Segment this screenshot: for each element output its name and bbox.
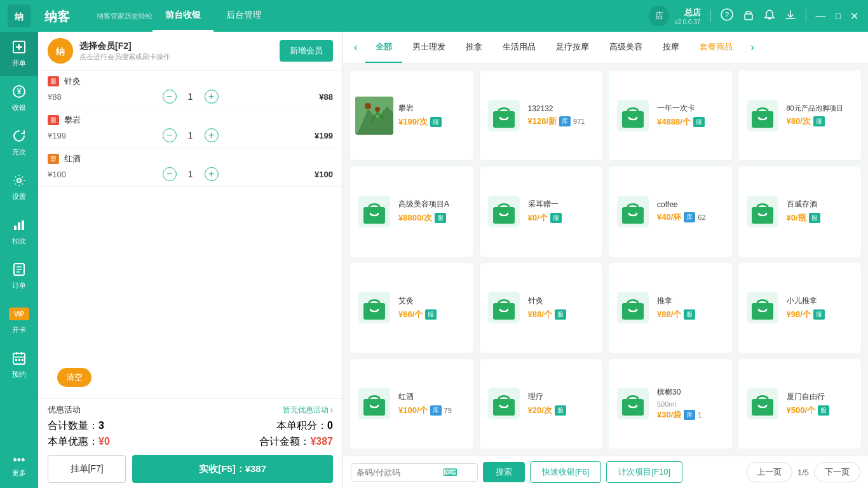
qty-decrease-button[interactable]: −: [163, 128, 177, 142]
sidebar-item-vip[interactable]: VIP 开卡: [0, 299, 38, 343]
product-card[interactable]: 采耳赠一 ¥0/个 服: [479, 166, 604, 257]
promo-arrow: ›: [330, 405, 333, 414]
svg-point-29: [365, 103, 371, 109]
promo-link[interactable]: 暂无优惠活动 ›: [283, 405, 333, 416]
sidebar-item-more[interactable]: ••• 更多: [0, 444, 38, 488]
sidebar-item-open[interactable]: 开单: [0, 32, 38, 76]
sidebar-item-vip-label: 开卡: [12, 325, 26, 335]
prev-page-button[interactable]: 上一页: [746, 462, 792, 482]
cat-prev-arrow[interactable]: ‹: [346, 35, 365, 60]
next-page-button[interactable]: 下一页: [814, 462, 860, 482]
cat-tab-daily[interactable]: 生活用品: [492, 32, 546, 63]
product-card[interactable]: 一年一次卡 ¥4888/个 服: [608, 70, 733, 161]
product-card[interactable]: coffee ¥40/杯 库 62: [608, 166, 733, 257]
stock-number: 79: [444, 407, 452, 414]
sidebar-item-orders[interactable]: 订单: [0, 254, 38, 299]
cat-tab-beauty[interactable]: 高级美容: [599, 32, 653, 63]
qty-decrease-button[interactable]: −: [163, 167, 177, 181]
service-badge: 服: [813, 309, 825, 320]
search-button[interactable]: 搜索: [483, 462, 525, 482]
sidebar-item-booking[interactable]: 预约: [0, 343, 38, 388]
tab-front-cashier[interactable]: 前台收银: [153, 0, 214, 32]
product-price: ¥4888/个: [657, 116, 691, 128]
product-card[interactable]: 厦门自由行 ¥500/个 服: [738, 358, 862, 449]
maximize-icon[interactable]: □: [836, 11, 841, 21]
search-bar: ⌨ 搜索 快速收银[F6] 计次项目[F10] 上一页 1/5 下一页: [343, 456, 868, 488]
help-icon[interactable]: ?: [721, 8, 733, 24]
service-badge: 服: [693, 117, 705, 127]
product-card[interactable]: 攀岩 ¥199/次 服: [349, 70, 474, 161]
product-card[interactable]: 推拿 ¥88/个 服: [608, 262, 733, 353]
product-card[interactable]: 槟榔30 500ml ¥30/袋 库 1: [608, 358, 733, 449]
download-icon[interactable]: [785, 9, 796, 23]
svg-rect-21: [22, 359, 24, 361]
promo-text: 暂无优惠活动: [283, 405, 329, 414]
cat-tab-tuina[interactable]: 推拿: [456, 32, 492, 63]
cat-tab-all[interactable]: 全部: [365, 32, 402, 63]
qty-number: 1: [184, 130, 197, 140]
product-card[interactable]: 小儿推拿 ¥98/个 服: [738, 262, 862, 353]
qty-decrease-button[interactable]: −: [163, 90, 177, 104]
sidebar-item-recharge[interactable]: 充次: [0, 121, 38, 165]
qty-increase-button[interactable]: +: [205, 167, 219, 181]
search-input-wrap: ⌨: [351, 463, 478, 482]
orders-icon: [12, 262, 26, 278]
item-name: 攀岩: [64, 114, 81, 126]
product-price: ¥0/个: [528, 212, 548, 224]
cat-tab-combo[interactable]: 套餐商品: [689, 32, 743, 63]
product-price: ¥88/个: [657, 309, 681, 320]
sidebar-item-open-label: 开单: [12, 58, 26, 68]
svg-rect-20: [18, 359, 20, 361]
stock-number: 62: [698, 214, 705, 221]
product-price: ¥30/袋: [657, 409, 681, 421]
svg-text:?: ?: [724, 11, 728, 18]
bell-icon[interactable]: [764, 9, 775, 23]
open-icon: [12, 40, 26, 56]
product-card[interactable]: 艾灸 ¥66/个 服: [349, 262, 474, 353]
tab-backend[interactable]: 后台管理: [214, 0, 275, 32]
sidebar-item-settings-label: 设置: [12, 192, 26, 201]
member-avatar[interactable]: 纳: [48, 38, 73, 64]
count-item-button[interactable]: 计次项目[F10]: [606, 461, 682, 483]
lock-icon[interactable]: [743, 9, 754, 23]
pagination: 上一页 1/5 下一页: [746, 462, 860, 482]
sidebar-item-settings[interactable]: 设置: [0, 165, 38, 210]
product-info: 攀岩 ¥199/次 服: [398, 103, 468, 128]
checkout-button[interactable]: 实收[F5]：¥387: [132, 455, 333, 483]
product-name: 针灸: [528, 295, 598, 306]
sidebar-item-cashier[interactable]: ¥ 收银: [0, 76, 38, 121]
clear-button[interactable]: 清空: [57, 368, 92, 387]
qty-number: 1: [184, 92, 197, 102]
product-card[interactable]: 针灸 ¥88/个 服: [479, 262, 604, 353]
keyboard-icon[interactable]: ⌨: [443, 466, 458, 478]
product-card[interactable]: 80元产品泡脚项目 ¥80/次 服: [738, 70, 862, 161]
product-card[interactable]: 红酒 ¥100/个 库 79: [349, 358, 474, 449]
quick-cash-button[interactable]: 快速收银[F6]: [530, 461, 601, 483]
qty-increase-button[interactable]: +: [205, 90, 219, 104]
sidebar-item-cashier-label: 收银: [12, 103, 26, 112]
cat-tab-massage[interactable]: 按摩: [653, 32, 689, 63]
hold-button[interactable]: 挂单[F7]: [48, 455, 126, 483]
cat-next-arrow[interactable]: ›: [743, 35, 762, 60]
cat-tab-male-hair[interactable]: 男士理发: [402, 32, 456, 63]
clear-section: 清空: [38, 356, 342, 398]
product-price-row: ¥128/新 库 971: [528, 116, 598, 127]
close-icon[interactable]: ✕: [850, 10, 858, 22]
sidebar-item-stats[interactable]: 扣次: [0, 210, 38, 254]
search-input[interactable]: [356, 468, 439, 477]
promo-label: 优惠活动: [48, 404, 81, 416]
product-card[interactable]: 132132 ¥128/新 库 971: [479, 70, 604, 161]
product-card[interactable]: 百威存酒 ¥0/瓶 服: [738, 166, 862, 257]
product-price-row: ¥0/瓶 服: [787, 212, 857, 224]
qty-increase-button[interactable]: +: [205, 128, 219, 142]
item-total: ¥199: [315, 131, 333, 140]
main-area: 纳 选择会员[F2] 点击进行会员搜索或刷卡操作 新增会员 服 针灸 ¥88: [38, 32, 868, 488]
add-member-button[interactable]: 新增会员: [280, 40, 333, 62]
vip-icon: VIP: [8, 307, 30, 323]
product-card[interactable]: 理疗 ¥20/次 服: [479, 358, 604, 449]
svg-rect-25: [745, 14, 752, 20]
member-select-label[interactable]: 选择会员[F2]: [79, 41, 273, 52]
product-card[interactable]: 高级美容项目A ¥8800/次 服: [349, 166, 474, 257]
cat-tab-foot[interactable]: 足疗按摩: [546, 32, 599, 63]
minimize-icon[interactable]: —: [816, 10, 826, 22]
